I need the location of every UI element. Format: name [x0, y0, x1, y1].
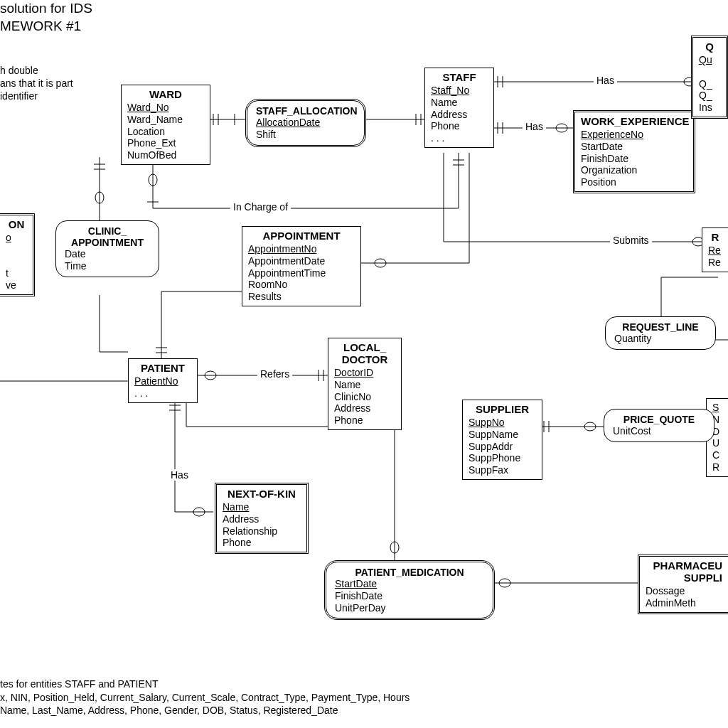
svg-point-50 — [193, 508, 205, 516]
svg-point-37 — [375, 259, 386, 267]
entity-supplier: SUPPLIER SuppNo SuppName SuppAddr SuppPh… — [462, 400, 542, 480]
entity-staff: STAFF Staff_No Name Address Phone . . . — [424, 68, 494, 148]
entity-ward: WARD Ward_No Ward_Name Location Phone_Ex… — [121, 85, 210, 165]
entity-r-truncated: R Re Re — [702, 228, 728, 272]
footnote: tes for entities STAFF and PATIENT x, NI… — [0, 678, 410, 717]
svg-point-60 — [584, 422, 596, 431]
entity-work-experience: WORK_EXPERIENCE ExperienceNo StartDate F… — [573, 110, 695, 193]
label-has: Has — [523, 121, 546, 132]
rel-staff-allocation: STAFF_ALLOCATION AllocationDate Shift — [245, 99, 366, 147]
entity-local-doctor: LOCAL_ DOCTOR DoctorID Name ClinicNo Add… — [328, 338, 402, 430]
label-has: Has — [168, 469, 191, 481]
svg-point-63 — [499, 579, 510, 587]
svg-point-56 — [390, 542, 399, 553]
rel-clinic-appointment: CLINIC_ APPOINTMENT Date Time — [55, 220, 159, 277]
label-refers: Refers — [257, 368, 292, 380]
rel-patient-medication: PATIENT_MEDICATION StartDate FinishDate … — [324, 560, 495, 620]
rel-request-line: REQUEST_LINE Quantity — [605, 316, 716, 350]
entity-next-of-kin: NEXT-OF-KIN Name Address Relationship Ph… — [215, 483, 309, 554]
entity-q-truncated: Q Qu Q_ Q_ Ins — [691, 36, 728, 119]
entity-appointment: APPOINTMENT AppointmentNo AppointmentDat… — [242, 226, 361, 306]
svg-point-15 — [556, 124, 567, 132]
entity-pharm-truncated: PHARMACEU SUPPLI Dossage AdminMeth — [638, 555, 728, 614]
doc-title: solution for IDS MEWORK #1 — [0, 0, 92, 35]
rel-price-quote: PRICE_QUOTE UnitCost — [604, 409, 714, 442]
label-has: Has — [594, 75, 617, 86]
svg-point-45 — [205, 371, 216, 380]
er-diagram: { "header": {"line1": "solution for IDS"… — [0, 0, 728, 728]
note-double-line: h double ans that it is part identifier — [0, 64, 73, 103]
label-in-charge: In Charge of — [230, 201, 291, 213]
entity-patient: PATIENT PatientNo . . . — [128, 358, 198, 403]
svg-point-26 — [95, 192, 104, 203]
svg-point-17 — [149, 174, 157, 186]
entity-ion-truncated: ON o t ve — [0, 213, 35, 296]
label-submits: Submits — [610, 235, 652, 246]
